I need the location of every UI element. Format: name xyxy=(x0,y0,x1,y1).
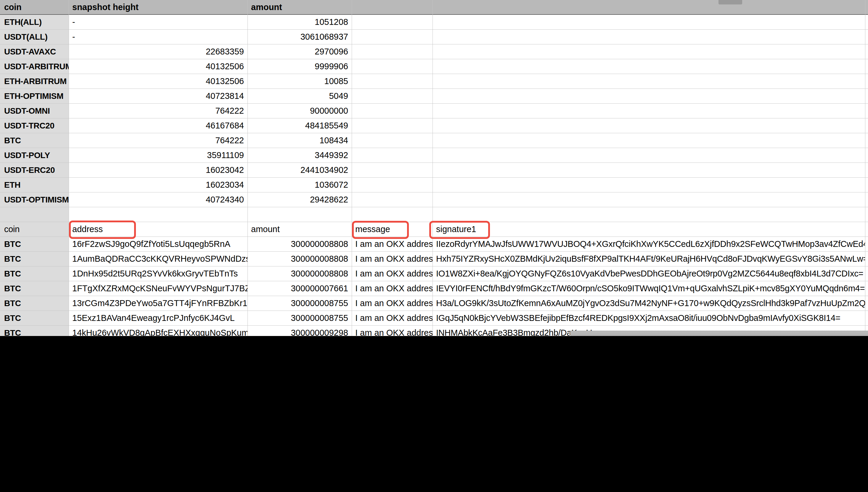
empty-cell[interactable] xyxy=(432,30,865,44)
signature-cell[interactable]: IO1W8ZXi+8ea/KgjOYQGNyFQZ6s10VyaKdVbePwe… xyxy=(432,266,865,281)
empty-cell[interactable] xyxy=(432,133,865,148)
table1-header-empty-d[interactable] xyxy=(352,0,432,14)
empty-cell[interactable] xyxy=(432,59,865,74)
amount-cell[interactable]: 2441034902 xyxy=(247,163,352,177)
empty-cell[interactable] xyxy=(352,74,432,89)
amount-cell[interactable]: 1036072 xyxy=(247,178,352,192)
table1-header-coin[interactable]: coin xyxy=(0,0,69,14)
amount-cell[interactable]: 1051208 xyxy=(247,15,352,29)
empty-cell[interactable] xyxy=(352,192,432,207)
empty-cell[interactable] xyxy=(432,89,865,103)
table1-header-snapshot-height[interactable]: snapshot height xyxy=(69,0,247,14)
empty-cell[interactable] xyxy=(432,15,865,29)
amount-cell[interactable]: 108434 xyxy=(247,133,352,148)
message-cell[interactable]: I am an OKX address xyxy=(352,326,432,336)
address-cell[interactable]: 15Exz1BAVan4Eweagy1rcPJnfyc6KJ4GvL xyxy=(69,311,247,325)
empty-cell[interactable] xyxy=(432,104,865,118)
amount-cell[interactable]: 484185549 xyxy=(247,118,352,133)
address-cell[interactable]: 1DnHx95d2t5URq2SYvVk6kxGryvTEbTnTs xyxy=(69,266,247,281)
amount-cell[interactable]: 300000008808 xyxy=(247,252,352,266)
amount-cell[interactable]: 300000008755 xyxy=(247,296,352,311)
table2-header-signature1[interactable]: signature1 xyxy=(432,222,865,237)
signature-cell[interactable]: IIezoRdyrYMAJwJfsUWW17WVUJBOQ4+XGxrQfciK… xyxy=(432,237,865,251)
snapshot-height-cell[interactable]: 16023034 xyxy=(69,178,247,192)
empty-cell[interactable] xyxy=(352,163,432,177)
coin-cell[interactable]: ETH(ALL) xyxy=(0,15,69,29)
coin-cell[interactable]: ETH-OPTIMISM xyxy=(0,89,69,103)
empty-cell[interactable] xyxy=(432,148,865,163)
message-cell[interactable]: I am an OKX address xyxy=(352,281,432,296)
blank-cell[interactable] xyxy=(352,207,432,222)
address-cell[interactable]: 1FTgXfXZRxMQcKSNeuFvWYVPsNgurTJ7BZ xyxy=(69,281,247,296)
signature-cell[interactable]: IEVYI0rFENCft/hBdY9fmGKzcT/W60Orpn/cSO5k… xyxy=(432,281,865,296)
empty-cell[interactable] xyxy=(352,30,432,44)
coin-cell[interactable]: BTC xyxy=(0,133,69,148)
message-cell[interactable]: I am an OKX address xyxy=(352,266,432,281)
coin-cell[interactable]: BTC xyxy=(0,266,69,281)
empty-cell[interactable] xyxy=(432,74,865,89)
coin-cell[interactable]: USDT-OPTIMISM xyxy=(0,192,69,207)
coin-cell[interactable]: ETH xyxy=(0,178,69,192)
empty-cell[interactable] xyxy=(352,104,432,118)
coin-cell[interactable]: USDT-ERC20 xyxy=(0,163,69,177)
amount-cell[interactable]: 29428622 xyxy=(247,192,352,207)
snapshot-height-cell[interactable]: 16023042 xyxy=(69,163,247,177)
blank-cell[interactable] xyxy=(247,207,352,222)
coin-cell[interactable]: BTC xyxy=(0,296,69,311)
snapshot-height-cell[interactable]: 40723814 xyxy=(69,89,247,103)
coin-cell[interactable]: BTC xyxy=(0,326,69,336)
signature-cell[interactable]: Hxh75IYZRxySHcX0ZBMdKjUv2iquBsfF8fXP9alT… xyxy=(432,252,865,266)
address-cell[interactable]: 16rF2zwSJ9goQ9fZfYoti5LsUqqegb5RnA xyxy=(69,237,247,251)
coin-cell[interactable]: BTC xyxy=(0,281,69,296)
empty-cell[interactable] xyxy=(352,15,432,29)
amount-cell[interactable]: 3449392 xyxy=(247,148,352,163)
empty-cell[interactable] xyxy=(432,163,865,177)
horizontal-scrollbar[interactable] xyxy=(570,331,868,336)
message-cell[interactable]: I am an OKX address xyxy=(352,311,432,325)
amount-cell[interactable]: 300000008808 xyxy=(247,237,352,251)
empty-cell[interactable] xyxy=(352,118,432,133)
address-cell[interactable]: 13rCGm4Z3PDeYwo5a7GTT4jFYnRFBZbKr1 xyxy=(69,296,247,311)
empty-cell[interactable] xyxy=(432,44,865,59)
empty-cell[interactable] xyxy=(432,118,865,133)
amount-cell[interactable]: 300000007661 xyxy=(247,281,352,296)
empty-cell[interactable] xyxy=(352,89,432,103)
amount-cell[interactable]: 2970096 xyxy=(247,44,352,59)
table1-header-empty-e[interactable] xyxy=(432,0,865,14)
empty-cell[interactable] xyxy=(432,178,865,192)
scrollbar-thumb-top[interactable] xyxy=(719,0,742,4)
amount-cell[interactable]: 300000008808 xyxy=(247,266,352,281)
coin-cell[interactable]: USDT-POLY xyxy=(0,148,69,163)
amount-cell[interactable]: 3061068937 xyxy=(247,30,352,44)
snapshot-height-cell[interactable]: 46167684 xyxy=(69,118,247,133)
table2-header-coin[interactable]: coin xyxy=(0,222,69,237)
snapshot-height-cell[interactable]: 764222 xyxy=(69,104,247,118)
empty-cell[interactable] xyxy=(352,59,432,74)
snapshot-height-cell[interactable]: 764222 xyxy=(69,133,247,148)
signature-cell[interactable]: H3a/LOG9kK/3sUtoZfKemnA6xAuMZ0jYgvOz3dSu… xyxy=(432,296,865,311)
coin-cell[interactable]: BTC xyxy=(0,311,69,325)
amount-cell[interactable]: 300000009298 xyxy=(247,326,352,336)
empty-cell[interactable] xyxy=(352,178,432,192)
message-cell[interactable]: I am an OKX address xyxy=(352,252,432,266)
coin-cell[interactable]: USDT(ALL) xyxy=(0,30,69,44)
snapshot-height-cell[interactable]: 22683359 xyxy=(69,44,247,59)
message-cell[interactable]: I am an OKX address xyxy=(352,296,432,311)
amount-cell[interactable]: 90000000 xyxy=(247,104,352,118)
coin-cell[interactable]: BTC xyxy=(0,237,69,251)
amount-cell[interactable]: 5049 xyxy=(247,89,352,103)
snapshot-height-cell[interactable]: - xyxy=(69,15,247,29)
address-cell[interactable]: 14kHu26vWkVD8gApBfcEXHXxqguNoSpKum xyxy=(69,326,247,336)
empty-cell[interactable] xyxy=(352,44,432,59)
coin-cell[interactable]: USDT-AVAXC xyxy=(0,44,69,59)
snapshot-height-cell[interactable]: - xyxy=(69,30,247,44)
amount-cell[interactable]: 9999906 xyxy=(247,59,352,74)
table1-header-amount[interactable]: amount xyxy=(247,0,352,14)
amount-cell[interactable]: 300000008755 xyxy=(247,311,352,325)
coin-cell[interactable]: ETH-ARBITRUM xyxy=(0,74,69,89)
blank-row-label-cell[interactable] xyxy=(0,207,69,222)
signature-cell[interactable]: IGqJ5qN0kBjcYVebW3SBEfejibpEfBzcf4REDKpg… xyxy=(432,311,865,325)
empty-cell[interactable] xyxy=(352,148,432,163)
snapshot-height-cell[interactable]: 40132506 xyxy=(69,59,247,74)
amount-cell[interactable]: 10085 xyxy=(247,74,352,89)
